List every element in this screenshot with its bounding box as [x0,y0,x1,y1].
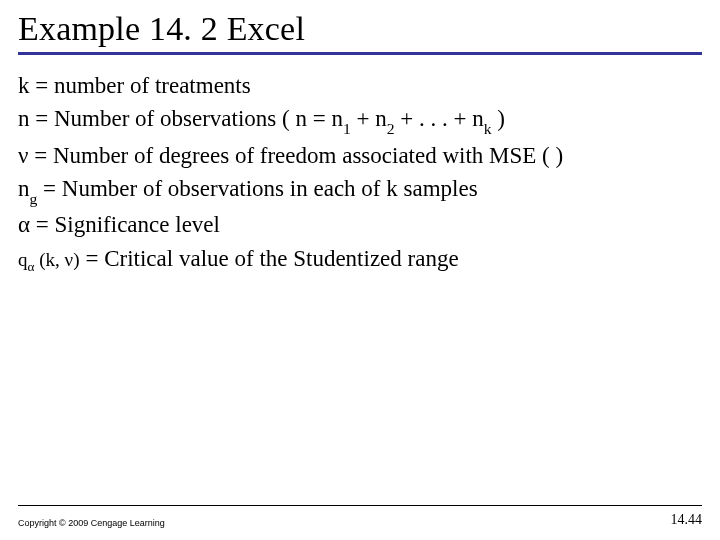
ng-n: n [18,176,30,201]
q-args: (k, ν) [34,249,79,270]
nu-text: = Number of degrees of freedom associate… [28,143,563,168]
q-letter: q [18,249,28,270]
ng-g: g [30,190,38,207]
n-dots: + . . . + n [395,106,484,131]
slide-body: k = number of treatments n = Number of o… [18,69,702,276]
ng-text: = Number of observations in each of k sa… [37,176,477,201]
definition-alpha: α = Significance level [18,208,702,241]
n-text: n = Number of observations ( n = n [18,106,343,131]
subscript-1: 1 [343,120,351,137]
definition-nu: ν = Number of degrees of freedom associa… [18,139,702,172]
copyright-text: Copyright © 2009 Cengage Learning [18,518,165,528]
page-number: 14.44 [671,512,703,528]
alpha-text: = Significance level [30,212,220,237]
footer-rule [18,505,702,506]
definition-k: k = number of treatments [18,69,702,102]
nu-symbol: ν [18,143,28,168]
definition-ng: ng = Number of observations in each of k… [18,172,702,208]
q-alpha-symbol: qα (k, ν) [18,246,79,276]
definition-n: n = Number of observations ( n = n1 + n2… [18,102,702,138]
subscript-k: k [484,120,492,137]
critical-text: = Critical value of the Studentized rang… [85,242,458,275]
slide-title: Example 14. 2 Excel [18,10,702,55]
n-close: ) [492,106,505,131]
slide: Example 14. 2 Excel k = number of treatm… [0,0,720,540]
definition-critical: qα (k, ν) = Critical value of the Studen… [18,242,702,276]
subscript-2: 2 [387,120,395,137]
alpha-symbol: α [18,212,30,237]
n-plus-1: + n [351,106,387,131]
